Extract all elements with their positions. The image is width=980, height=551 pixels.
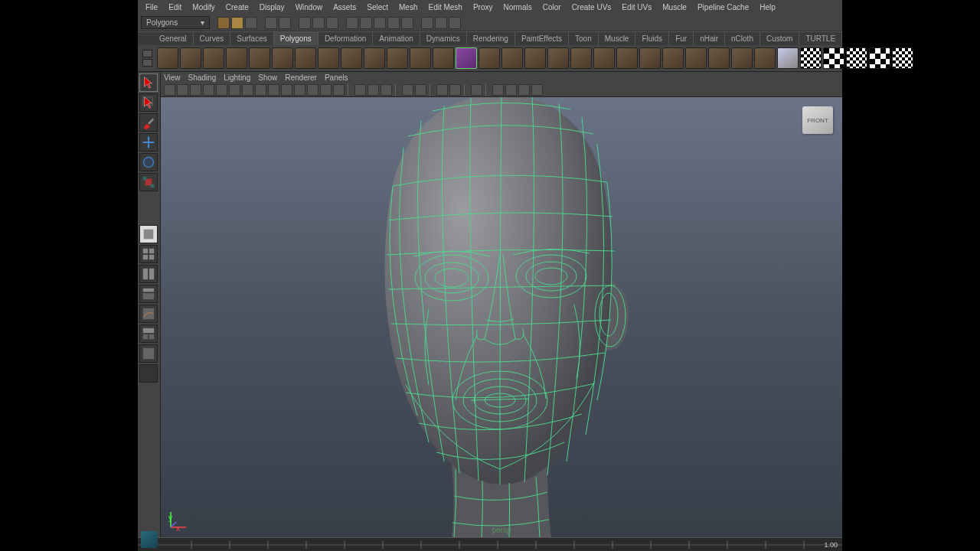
- shelf-tab-painteffects[interactable]: PaintEffects: [515, 32, 569, 45]
- uv-editor-layout[interactable]: [139, 344, 158, 363]
- select-tool[interactable]: [139, 73, 158, 92]
- panel-menu-show[interactable]: Show: [258, 73, 277, 82]
- shelf-menu-icon[interactable]: [142, 50, 152, 67]
- menu-edit[interactable]: Edit: [164, 2, 186, 13]
- shelf-tab-fur[interactable]: Fur: [669, 32, 694, 45]
- lights-icon[interactable]: [320, 84, 332, 96]
- isolate-icon[interactable]: [354, 84, 366, 96]
- viewport[interactable]: FRONT y x persp: [161, 97, 842, 537]
- shelf-tab-deformation[interactable]: Deformation: [318, 32, 373, 45]
- menu-create[interactable]: Create: [221, 2, 253, 13]
- shelf-tab-general[interactable]: General: [153, 32, 194, 45]
- xray-icon[interactable]: [368, 84, 379, 96]
- menu-normals[interactable]: Normals: [499, 2, 537, 13]
- shelf-checker5-icon[interactable]: [892, 47, 913, 69]
- grid-icon[interactable]: [402, 84, 413, 96]
- shelf-checker1-icon[interactable]: [800, 47, 822, 69]
- select-object-icon[interactable]: [312, 17, 325, 29]
- shelf-tab-dynamics[interactable]: Dynamics: [420, 32, 467, 45]
- shelf-cube2-icon[interactable]: [456, 47, 477, 69]
- shelf-separate-icon[interactable]: [524, 47, 546, 69]
- shelf-arrow-icon[interactable]: [479, 47, 500, 69]
- shelf-cylinder-icon[interactable]: [203, 47, 224, 69]
- menu-color[interactable]: Color: [538, 2, 566, 13]
- shelf-tab-custom[interactable]: Custom: [760, 32, 799, 45]
- shadows-icon[interactable]: [333, 84, 345, 96]
- safe-action-icon[interactable]: [255, 84, 266, 96]
- xray-joints-icon[interactable]: [381, 84, 392, 96]
- shelf-collapse-icon[interactable]: [708, 47, 730, 69]
- shelf-bevel-icon[interactable]: [616, 47, 638, 69]
- shelf-combine-icon[interactable]: [501, 47, 523, 69]
- lasso-tool[interactable]: [139, 93, 158, 112]
- render-settings-icon[interactable]: [449, 17, 461, 29]
- motion-blur-icon[interactable]: [505, 84, 517, 96]
- new-scene-icon[interactable]: [217, 17, 230, 29]
- shelf-cube-icon[interactable]: [180, 47, 201, 69]
- menu-display[interactable]: Display: [255, 2, 289, 13]
- shelf-soccer-icon[interactable]: [387, 47, 408, 69]
- shelf-tab-fluids[interactable]: Fluids: [635, 32, 669, 45]
- shelf-merge-icon[interactable]: [685, 47, 707, 69]
- bookmark-icon[interactable]: [177, 84, 188, 96]
- menu-help[interactable]: Help: [755, 2, 780, 13]
- res-gate-icon[interactable]: [216, 84, 227, 96]
- viewport2-icon[interactable]: [449, 84, 461, 96]
- menu-proxy[interactable]: Proxy: [469, 2, 498, 13]
- snap-plane-icon[interactable]: [387, 17, 400, 29]
- menu-muscle[interactable]: Muscle: [658, 2, 691, 13]
- rotate-tool[interactable]: [139, 153, 158, 171]
- menu-create-uvs[interactable]: Create UVs: [567, 2, 616, 13]
- safe-title-icon[interactable]: [268, 84, 279, 96]
- shelf-tab-turtle[interactable]: TURTLE: [799, 32, 842, 45]
- snap-point-icon[interactable]: [374, 17, 386, 29]
- shelf-tab-ncloth[interactable]: nCloth: [725, 32, 760, 45]
- shelf-type-icon[interactable]: [433, 47, 454, 69]
- expose-icon[interactable]: [471, 84, 482, 96]
- shelf-pipe-icon[interactable]: [341, 47, 362, 69]
- panel-menu-shading[interactable]: Shading: [188, 73, 217, 82]
- shelf-prism-icon[interactable]: [295, 47, 316, 69]
- shelf-tab-surfaces[interactable]: Surfaces: [230, 32, 273, 45]
- shelf-light-icon[interactable]: [777, 47, 799, 69]
- shelf-tab-animation[interactable]: Animation: [373, 32, 420, 45]
- menu-window[interactable]: Window: [291, 2, 328, 13]
- shelf-sphere-icon[interactable]: [157, 47, 178, 69]
- two-pane-layout[interactable]: [139, 265, 158, 283]
- shelf-tab-polygons[interactable]: Polygons: [274, 32, 318, 45]
- shelf-sculpt-icon[interactable]: [754, 47, 776, 69]
- timeline[interactable]: 1.00: [138, 537, 842, 551]
- render-icon[interactable]: [421, 17, 433, 29]
- panel-menu-renderer[interactable]: Renderer: [285, 73, 317, 82]
- shelf-checker2-icon[interactable]: [823, 47, 844, 69]
- shelf-checker4-icon[interactable]: [869, 47, 890, 69]
- menu-assets[interactable]: Assets: [328, 2, 361, 13]
- open-scene-icon[interactable]: [231, 17, 243, 29]
- panel-menu-view[interactable]: View: [164, 73, 181, 82]
- four-pane-layout[interactable]: [139, 245, 158, 263]
- panel-menu-lighting[interactable]: Lighting: [224, 73, 250, 82]
- hypershade-layout[interactable]: [139, 324, 158, 343]
- scale-tool[interactable]: [139, 173, 158, 191]
- menu-file[interactable]: File: [141, 2, 162, 13]
- graph-layout[interactable]: [139, 305, 158, 323]
- camera-icon[interactable]: [164, 84, 175, 96]
- redo-icon[interactable]: [279, 17, 291, 29]
- view-cube[interactable]: FRONT: [802, 106, 833, 134]
- image-plane-icon[interactable]: [190, 84, 201, 96]
- ao-icon[interactable]: [492, 84, 504, 96]
- shelf-booleans-icon[interactable]: [593, 47, 615, 69]
- shelf-torus-icon[interactable]: [272, 47, 293, 69]
- wireframe-icon[interactable]: [281, 84, 292, 96]
- single-pane-layout[interactable]: [139, 225, 158, 243]
- shelf-checker3-icon[interactable]: [846, 47, 867, 69]
- shelf-extract-icon[interactable]: [547, 47, 569, 69]
- panel-menu-panels[interactable]: Panels: [325, 73, 348, 82]
- menu-edit-uvs[interactable]: Edit UVs: [617, 2, 656, 13]
- shelf-tab-muscle[interactable]: Muscle: [599, 32, 636, 45]
- mode-selector[interactable]: Polygons ▾: [141, 16, 210, 29]
- shelf-helix-icon[interactable]: [364, 47, 385, 69]
- snap-live-icon[interactable]: [401, 17, 413, 29]
- menu-select[interactable]: Select: [362, 2, 393, 13]
- shelf-extrude-icon[interactable]: [662, 47, 684, 69]
